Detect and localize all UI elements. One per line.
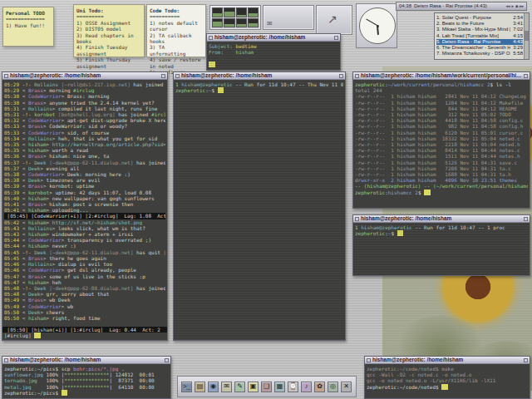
search-icon[interactable]: ◎ <box>328 382 338 392</box>
window-menu-button[interactable] <box>175 74 180 78</box>
meter-icon <box>212 18 223 28</box>
note-title: Uni Todo: <box>76 7 141 13</box>
terminal-content[interactable]: Subject: bedtimeFrom: hisham <box>207 42 340 70</box>
track-title: 5. Deism Rasa - Rai Promise <box>436 39 510 45</box>
prev-button[interactable]: ◂◂ <box>505 2 510 10</box>
playlist-row[interactable]: 7. Mistanza Tchaikovsky - DSP On, Connek… <box>436 51 523 57</box>
stop-button[interactable]: ■ <box>515 2 518 10</box>
window-menu-button[interactable] <box>4 74 8 78</box>
terminal-text-segment: < <box>22 141 28 147</box>
editor-icon[interactable]: ✎ <box>234 382 245 392</box>
terminal-line: 05:31 < Rollains> compiled it last night… <box>4 106 165 111</box>
file-manager-icon[interactable]: ▤ <box>195 382 205 392</box>
terminal-text-segment: gcc -o noted noted.o -L/usr/X11R6/lib -l… <box>367 377 495 383</box>
note-rule: ========= <box>76 13 141 19</box>
playlist-row[interactable]: 6. The Dreamcatcher - Seventh Heaven 3:2… <box>436 45 523 51</box>
sticky-note-uni[interactable]: Uni Todo: ========= 1) OSSE Assignment2)… <box>73 4 145 57</box>
playlist-row[interactable]: 3. Mikael Stalta - Mix-Hype Mind [Faithf… <box>436 27 523 32</box>
terminal-text-segment: Deek <box>34 285 49 291</box>
close-button[interactable] <box>161 74 165 78</box>
terminal-window-mid: hisham@zepherotic: /home/hisham 1 hisham… <box>352 214 530 276</box>
terminal-icon[interactable]: >_ <box>181 382 192 392</box>
text-cursor <box>397 230 404 236</box>
play-button[interactable]: ▸ <box>511 2 514 10</box>
window-menu-button[interactable] <box>355 217 359 221</box>
terminal-content[interactable]: 1 hisham@zepherotic -- Run for 11d 10:47… <box>353 223 530 275</box>
paint-icon[interactable]: ✿ <box>314 382 325 392</box>
titlebar[interactable]: hisham@zepherotic: /home/hisham <box>207 34 340 42</box>
terminal-text-segment: [bot@shell.lug.org] <box>58 111 118 117</box>
terminal-line: -rw-r--r-- 1 hisham hisham 982 Nov 11 04… <box>355 123 528 129</box>
terminal-text-segment: 05:41 <box>4 207 22 213</box>
close-button[interactable] <box>524 74 528 78</box>
terminal-text-segment: 05:42 <box>4 219 22 225</box>
terminal-text-segment: 05:29 <box>4 87 22 93</box>
mail-icon[interactable]: ✉ <box>221 382 232 392</box>
window-menu-button[interactable] <box>209 36 213 40</box>
terminal-content[interactable]: zepherotic:~/code/noted$ makegcc -Wall -… <box>365 364 530 398</box>
terminal-text-segment: ~/work/current/personal/hishamcc_2 <box>388 81 490 87</box>
playlist-row[interactable]: 4. Lab Tread [Turntable Mix] 4:15 <box>436 33 523 39</box>
titlebar[interactable]: hisham@zepherotic: /home/hisham/work/cur… <box>353 72 530 80</box>
hour-hand <box>377 26 379 35</box>
terminal-text-segment: 05:46 <box>4 261 22 267</box>
web-browser-icon[interactable]: ◉ <box>208 382 219 392</box>
window-title: hisham@zepherotic: /home/hisham <box>10 72 160 79</box>
close-button[interactable] <box>334 36 338 40</box>
titlebar[interactable]: hisham@zepherotic: /home/hisham <box>2 357 170 364</box>
terminal-line: -rw-r--r-- 1 hisham hisham 2218 Nov 11 0… <box>355 141 528 147</box>
music-player-bar[interactable]: 04:38 Deism Rasa - Rai Promise (4:43) ◂◂… <box>396 2 527 11</box>
terminal-line: From: hisham <box>209 49 338 55</box>
close-button[interactable] <box>524 217 528 221</box>
terminal-text-segment: > <box>47 141 52 147</box>
sticky-note-code[interactable]: Code Todo: ========== 1) notes default c… <box>146 4 206 57</box>
terminal-text-segment: < <box>22 165 28 171</box>
terminal-text-segment: 05:45 <box>4 249 22 255</box>
terminal-content[interactable]: zepherotic:~/pics$ scp bohr:pics/*.jpg .… <box>2 364 170 398</box>
terminal-text-segment: > hisham: nice one, ta <box>43 153 109 159</box>
titlebar[interactable]: hisham@zepherotic: /home/hisham <box>2 72 167 80</box>
calculator-icon[interactable]: ▦ <box>274 382 285 392</box>
sticky-note-personal[interactable]: Personal TODO ============= 1) Have fun!… <box>2 7 54 47</box>
terminal-text-segment: < <box>22 303 28 309</box>
clock-icon[interactable]: ⌚ <box>288 382 298 392</box>
terminal-content[interactable]: zepherotic:~/work/current/personal/hisha… <box>353 80 530 208</box>
window-menu-button[interactable] <box>4 358 8 362</box>
clock-center-dot <box>377 25 379 27</box>
terminal-text-segment: -rw-r--r-- 1 hisham hisham 844 Nov 11 04… <box>355 106 517 111</box>
terminal-text-segment: 05:50 <box>4 309 22 315</box>
window-menu-button[interactable] <box>367 358 371 362</box>
terminal-line: -rw-r--r-- 1 hisham hisham 1204 Nov 11 0… <box>355 100 528 106</box>
playlist-window[interactable]: 1. Solar Quest - Purpose 2:54 2. Beats t… <box>434 12 530 60</box>
window-menu-button[interactable] <box>355 74 359 78</box>
titlebar[interactable]: hisham@zepherotic: /home/hisham <box>174 72 345 80</box>
close-button[interactable] <box>165 358 169 362</box>
terminal-text-segment: > hisham: post a screenie then <box>43 201 133 207</box>
terminal-content[interactable]: 1 hisham@zepherotic -- Run for 11d 10:47… <box>174 80 345 340</box>
terminal-text-segment: 05:50 <box>4 315 22 321</box>
close-button[interactable] <box>339 74 343 78</box>
terminal-line: [#irclug] <box>4 332 165 338</box>
terminal-line: zepherotic:hishamcc_2$ <box>355 190 528 195</box>
playlist-row[interactable]: 1. Solar Quest - Purpose 2:54 <box>436 15 523 21</box>
titlebar[interactable]: hisham@zepherotic: /home/hisham <box>365 357 530 364</box>
terminal-text-segment: > uptime: 42 days 11:07, load 0.08 <box>49 190 151 195</box>
terminal-content[interactable]: 05:29 -!- Rollains [~roll@dsl-217.isp.ne… <box>2 80 167 340</box>
playlist-scrollbar[interactable] <box>524 13 529 59</box>
book-icon[interactable]: ❑ <box>261 382 272 392</box>
terminal-text-segment: < <box>22 93 28 99</box>
trash-icon[interactable]: ✕ <box>341 382 352 392</box>
terminal-text-segment: < <box>22 201 28 207</box>
music-icon[interactable]: ♪ <box>301 382 312 392</box>
playlist-row[interactable]: 5. Deism Rasa - Rai Promise 4:43 <box>436 39 523 45</box>
track-time: 3:29 <box>513 45 523 51</box>
terminal-window-work: hisham@zepherotic: /home/hisham/work/cur… <box>352 71 530 209</box>
playlist-row[interactable]: 2. Beats to the Future 3:41 <box>436 21 523 27</box>
close-button[interactable] <box>524 358 528 362</box>
next-button[interactable]: ▸▸ <box>520 2 524 10</box>
scrollbar-thumb[interactable] <box>525 31 529 41</box>
terminal-text-segment: 05:43 <box>4 231 22 237</box>
titlebar[interactable]: hisham@zepherotic: /home/hisham <box>353 215 530 223</box>
terminal-text-segment: has joined <box>136 285 165 291</box>
notes-icon[interactable]: ▣ <box>248 382 259 392</box>
